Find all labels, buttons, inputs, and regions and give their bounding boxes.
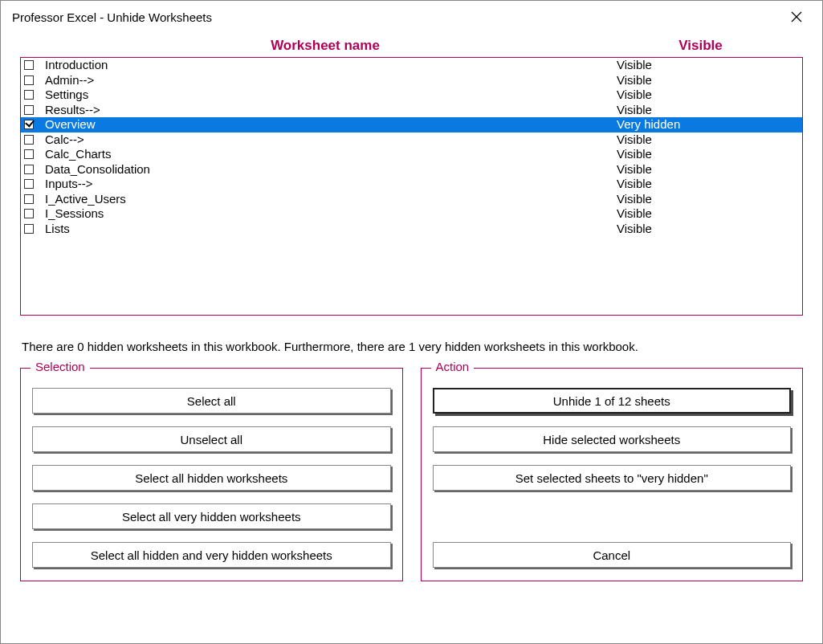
worksheet-row[interactable]: Inputs-->Visible xyxy=(21,177,802,192)
row-checkbox[interactable] xyxy=(24,60,34,70)
dialog-content: Worksheet name Visible IntroductionVisib… xyxy=(1,33,822,594)
row-name: Settings xyxy=(40,88,617,103)
row-visibility: Visible xyxy=(617,192,797,207)
row-name: Calc_Charts xyxy=(40,147,617,162)
worksheet-row[interactable]: Results-->Visible xyxy=(21,103,802,118)
row-checkbox[interactable] xyxy=(24,75,34,85)
groups: Selection Select all Unselect all Select… xyxy=(20,368,803,581)
row-name: Admin--> xyxy=(40,73,617,88)
row-visibility: Visible xyxy=(617,73,797,88)
row-visibility: Visible xyxy=(617,222,797,237)
row-name: Inputs--> xyxy=(40,177,617,192)
row-checkbox[interactable] xyxy=(24,224,34,234)
row-visibility: Visible xyxy=(617,206,797,222)
row-visibility: Very hidden xyxy=(617,117,797,132)
hide-selected-button[interactable]: Hide selected worksheets xyxy=(433,426,792,452)
row-name: Introduction xyxy=(40,58,617,73)
titlebar: Professor Excel - Unhide Worksheets xyxy=(1,1,822,33)
select-very-hidden-button[interactable]: Select all very hidden worksheets xyxy=(32,503,391,529)
row-name: Calc--> xyxy=(40,132,617,148)
row-name: I_Active_Users xyxy=(40,192,617,207)
row-checkbox[interactable] xyxy=(24,90,34,100)
header-worksheet-name: Worksheet name xyxy=(20,38,598,54)
dialog-window: Professor Excel - Unhide Worksheets Work… xyxy=(0,0,823,644)
unhide-button[interactable]: Unhide 1 of 12 sheets xyxy=(433,388,792,414)
worksheet-row[interactable]: OverviewVery hidden xyxy=(21,117,802,132)
select-hidden-and-very-hidden-button[interactable]: Select all hidden and very hidden worksh… xyxy=(32,542,391,568)
row-checkbox[interactable] xyxy=(24,165,34,174)
worksheet-row[interactable]: Calc-->Visible xyxy=(21,132,802,148)
row-checkbox[interactable] xyxy=(24,194,34,204)
selection-group-label: Selection xyxy=(31,360,90,373)
row-name: Results--> xyxy=(40,103,617,118)
worksheet-row[interactable]: I_Active_UsersVisible xyxy=(21,192,802,207)
worksheet-row[interactable]: IntroductionVisible xyxy=(21,58,802,73)
row-name: Overview xyxy=(40,117,617,132)
row-checkbox[interactable] xyxy=(24,149,34,159)
row-name: I_Sessions xyxy=(40,206,617,222)
row-checkbox[interactable] xyxy=(24,105,34,115)
select-all-button[interactable]: Select all xyxy=(32,388,391,414)
row-visibility: Visible xyxy=(617,177,797,192)
status-text: There are 0 hidden worksheets in this wo… xyxy=(22,340,801,353)
row-checkbox[interactable] xyxy=(24,120,34,129)
list-headers: Worksheet name Visible xyxy=(20,36,803,57)
cancel-button[interactable]: Cancel xyxy=(433,542,792,568)
row-visibility: Visible xyxy=(617,103,797,118)
window-title: Professor Excel - Unhide Worksheets xyxy=(12,10,779,24)
worksheet-row[interactable]: Data_ConsolidationVisible xyxy=(21,162,802,177)
row-visibility: Visible xyxy=(617,147,797,162)
selection-group: Selection Select all Unselect all Select… xyxy=(20,368,403,581)
row-name: Lists xyxy=(40,222,617,237)
worksheet-row[interactable]: Calc_ChartsVisible xyxy=(21,147,802,162)
select-hidden-button[interactable]: Select all hidden worksheets xyxy=(32,465,391,491)
action-group-label: Action xyxy=(431,360,475,373)
row-visibility: Visible xyxy=(617,88,797,103)
row-visibility: Visible xyxy=(617,132,797,148)
row-name: Data_Consolidation xyxy=(40,162,617,177)
set-very-hidden-button[interactable]: Set selected sheets to "very hidden" xyxy=(433,465,792,491)
row-visibility: Visible xyxy=(617,162,797,177)
worksheet-row[interactable]: ListsVisible xyxy=(21,222,802,237)
row-visibility: Visible xyxy=(617,58,797,73)
close-button[interactable] xyxy=(779,2,814,32)
row-checkbox[interactable] xyxy=(24,209,34,218)
worksheet-row[interactable]: SettingsVisible xyxy=(21,88,802,103)
close-icon xyxy=(791,11,802,22)
worksheet-row[interactable]: Admin-->Visible xyxy=(21,73,802,88)
header-visible: Visible xyxy=(598,38,803,54)
worksheet-list[interactable]: IntroductionVisibleAdmin-->VisibleSettin… xyxy=(20,57,803,316)
unselect-all-button[interactable]: Unselect all xyxy=(32,426,391,452)
action-group: Action Unhide 1 of 12 sheets Hide select… xyxy=(421,368,804,581)
row-checkbox[interactable] xyxy=(24,179,34,189)
worksheet-row[interactable]: I_SessionsVisible xyxy=(21,206,802,222)
row-checkbox[interactable] xyxy=(24,135,34,145)
